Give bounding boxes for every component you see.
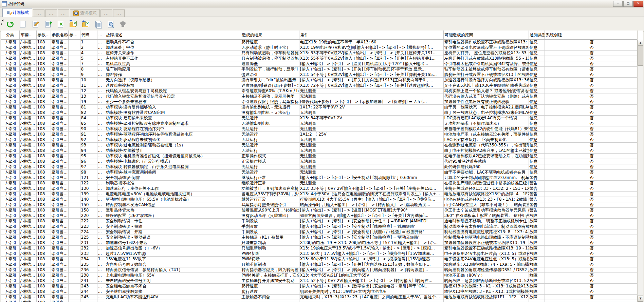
table-row[interactable]: /-牵引/-林德...108牵引当...236...转向角度信号错误 - 参见转… <box>1 267 638 273</box>
table-row[interactable]: /-牵引/-林德...108牵引当...98...功率模块-脉冲宽度调制关闭无法… <box>1 170 638 175</box>
scrollbar-thumb[interactable] <box>638 45 643 66</box>
table-row[interactable]: /-牵引/-林德...108牵引当...2341...15V电源在11.3V以下… <box>1 257 638 262</box>
splitter-collapse-arrows[interactable] <box>1 18 3 28</box>
table-row[interactable]: /-牵引/-林德...108牵引当...220...错误的配置（360°双踏板）… <box>1 213 638 219</box>
tab-dots-2[interactable]: ... <box>45 9 57 17</box>
table-row[interactable]: /-牵引/-林德...108牵引当...82...功率模块-没有软件通过CAN启… <box>1 110 638 116</box>
table-row[interactable]: /-牵引/-林德...108牵引当...4...座椅开关未操作只有制动被启动，停… <box>1 51 638 56</box>
column-header[interactable]: 通知类型 <box>529 31 545 40</box>
table-row[interactable]: /-牵引/-林德...108牵引当...222...安全制动错误 - 卡住手刹没… <box>1 219 638 224</box>
table-row[interactable]: /-牵引/-林德...108牵引当... <box>1 300 638 302</box>
titlebar-drag-area[interactable] <box>24 0 613 7</box>
table-row[interactable]: /-牵引/-林德...108牵引当...139...电源电路电压<30V（电池放… <box>1 192 638 197</box>
table-row[interactable]: /-牵引/-林德...108牵引当...93...功率模块-过电流检测后驱动器被… <box>1 143 638 148</box>
column-header[interactable]: 代码 <box>80 31 97 40</box>
table-row[interactable]: /-牵引/-林德...108牵引当...223...安全制动错误 - 短路手刹没… <box>1 224 638 229</box>
column-header[interactable]: 车辆... <box>19 31 36 40</box>
table-row[interactable]: /-牵引/-林德...108牵引当...85...功率模块-牵引控制板没有脉冲宽… <box>1 121 638 126</box>
tab-dots-4[interactable]: ... <box>100 9 112 17</box>
table-row[interactable]: /-牵引/-林德...108牵引当...150...转向控制器不发送CAN信息乌… <box>1 202 638 208</box>
column-header[interactable]: ... <box>97 31 105 40</box>
table-row[interactable]: /-牵引/-林德...108牵引当...81...功率模块-没有硬件能够输入没有… <box>1 105 638 110</box>
refresh-button[interactable] <box>5 19 15 29</box>
table-row[interactable]: /-牵引/-林德...108牵引当...2...加速器处于中位无驱动请求（静止时… <box>1 45 638 51</box>
table-row[interactable]: /-牵引/-林德...108牵引当...7...电机温度过高速度降低[输入+输出… <box>1 61 638 67</box>
table-row[interactable]: /-牵引/-林德...108牵引当...121...安全制动错误-间隙继续运行正… <box>1 175 638 181</box>
cell-param: 108 <box>36 159 51 164</box>
table-row[interactable]: /-牵引/-林德...108牵引当...238...上电后电源电路电压〉65VP… <box>1 273 638 278</box>
table-row[interactable]: /-牵引/-林德...108牵引当...224...安全制动错误 - 开路手刹没… <box>1 229 638 235</box>
cell-more: ... <box>97 192 105 197</box>
column-header[interactable]: 参... <box>68 31 80 40</box>
cell-category: /-牵引 <box>5 72 19 78</box>
cell-system-created: 否 <box>545 88 638 94</box>
table-row[interactable]: /-牵引/-林德...108牵引当...90...功率模块-驱动程序在初始序列中… <box>1 126 638 132</box>
import-excel-button[interactable] <box>80 19 91 29</box>
cell-category: /-牵引 <box>5 181 19 186</box>
copy-button[interactable] <box>93 19 103 29</box>
cell-code: 121 <box>80 175 97 181</box>
column-header[interactable]: 参数名称 <box>51 31 68 40</box>
table-row[interactable]: /-牵引/-林德...108牵引当...233...超过17.5V的15V电源P… <box>1 251 638 257</box>
cell-description: 转向控制器不发送CAN信息 <box>105 202 241 208</box>
vertical-scrollbar[interactable]: ▲ ▼ <box>637 31 643 302</box>
column-header[interactable]: 参数... <box>36 31 51 40</box>
tab-dots-1[interactable]: ... <box>33 9 44 17</box>
table-row[interactable]: /-牵引/-林德...108牵引当...130...加速器运行，座位开关不工作功… <box>1 186 638 192</box>
delete-record-button[interactable]: × <box>55 19 66 29</box>
edit-record-button[interactable] <box>30 19 40 29</box>
table-row[interactable]: /-牵引/-林德...108牵引当...97...功率模块-转换器被锁定，由于永… <box>1 164 638 170</box>
table-row[interactable]: /-牵引/-林德...108牵引当...241...来自转向的安全信号关闭主接触… <box>1 278 638 284</box>
table-row[interactable]: /-牵引/-林德...108牵引当...1...启动条件不符合爬行速度电压X13… <box>1 40 638 45</box>
titlebar[interactable]: 故障代码 ─ □ ✕ <box>0 0 644 7</box>
table-row[interactable]: /-牵引/-林德...108牵引当...9...脚蹬操作慢速牵引X13: 54不… <box>1 72 638 78</box>
tab-dots-5[interactable]: ... <box>113 9 125 17</box>
table-row[interactable]: /-牵引/-林德...108牵引当...94...功率模块-功能被禁止无法运行无… <box>1 148 638 154</box>
table-row[interactable]: /-牵引/-林德...108牵引当...244...安全继电器接触焊接爬行速度钥… <box>1 289 638 295</box>
cell-param: 108 <box>36 56 51 61</box>
maximize-button[interactable]: □ <box>623 1 633 7</box>
cell-param-name: 牵引当... <box>51 88 68 94</box>
minimize-button[interactable]: ─ <box>613 1 623 7</box>
cell-result: 爬行速度 <box>241 289 299 295</box>
table-row[interactable]: /-牵引/-林德...108牵引当...96...功率模块-电机磁化（正常运行模… <box>1 159 638 164</box>
table-row[interactable]: /-牵引/-林德...108牵引当...8...驻车制动应用手刹没按下，强行制动… <box>1 67 638 72</box>
table-row[interactable]: /-牵引/-林德...108牵引当...12...代码输入键盘安装与新手司机设定… <box>1 88 638 94</box>
table-row[interactable]: /-牵引/-林德...108牵引当...19...至少一个参数未被校准牵引速度仅… <box>1 99 638 105</box>
tab-dots-3[interactable]: ... <box>58 9 69 17</box>
table-row[interactable]: /-牵引/-林德...108牵引当...5...左脚踏开关不工作只有制动被启动，… <box>1 56 638 61</box>
tab-plan-mode[interactable]: 计划模式 <box>2 8 32 17</box>
table-row[interactable]: /-牵引/-林德...108牵引当...11...速度倍率被释放速度降低到[错误… <box>1 83 638 88</box>
table-row[interactable]: /-牵引/-林德...108牵引当...122...制动器损坏校准继续运行正常无… <box>1 181 638 186</box>
scrollbar-down-button[interactable]: ▼ <box>638 296 643 302</box>
table-row[interactable]: /-牵引/-林德...108牵引当...231...加速器信号1和2不兼容只能重… <box>1 240 638 246</box>
column-header[interactable]: 条件 <box>299 31 443 40</box>
column-header[interactable]: 故障描述 <box>105 31 241 40</box>
table-row[interactable]: /-牵引/-林德...108牵引当...95...功率模块-电机没有准备好磁化（… <box>1 154 638 159</box>
column-header[interactable]: 系统创建 <box>545 31 638 40</box>
tab-query-mode[interactable]: 查询模式 <box>70 9 100 17</box>
table-row[interactable]: /-牵引/-林德...108牵引当...10...无方向选择（仅限单踏板）没有牵… <box>1 78 638 83</box>
table-row[interactable]: /-牵引/-林德...108牵引当...158...牵引晶体管太热随着温度从90… <box>1 208 638 213</box>
close-button[interactable]: ✕ <box>633 1 643 7</box>
column-header[interactable]: 分类 <box>5 31 19 40</box>
table-row[interactable]: /-牵引/-林德...108牵引当...225...安全制动错误 - 驱动错误主… <box>1 235 638 240</box>
column-header[interactable]: 可能造成的原因 <box>443 31 529 40</box>
paste-record-button[interactable] <box>43 19 53 29</box>
table-row[interactable]: /-牵引/-林德...108牵引当...235...方向杆信号的无效组合只能重新… <box>1 262 638 267</box>
table-row[interactable]: /-牵引/-林德...108牵引当...232...加速器信号超出范围（+ -6… <box>1 246 638 251</box>
table-row[interactable]: /-牵引/-林德...108牵引当...245...充电时LAC功率不能达到40… <box>1 295 638 300</box>
row-gutter <box>1 289 5 295</box>
column-header[interactable]: 造成的结果 <box>241 31 299 40</box>
table-row[interactable]: /-牵引/-林德...108牵引当...13...代码输入键盘安装和激活信号没有… <box>1 94 638 99</box>
table-row[interactable]: /-牵引/-林德...108牵引当...243...安全继电器触点不闭合爬行速度… <box>1 284 638 289</box>
table-row[interactable]: /-牵引/-林德...108牵引当...84...功率模块-启用输出未设置无法运… <box>1 116 638 121</box>
preview-button[interactable] <box>106 19 116 29</box>
cell-notify-type: 信息 <box>529 154 545 159</box>
table-row[interactable]: /-牵引/-林德...108牵引当...140...驱动时电源电路电压〉65.5… <box>1 197 638 202</box>
table-row[interactable]: /-牵引/-林德...108牵引当...92...功率模块-驱动程序未被初始化无… <box>1 137 638 143</box>
table-row[interactable]: /-牵引/-林德...108牵引当...91...功率模块-驱动程序初始序列在等… <box>1 132 638 137</box>
new-record-button[interactable] <box>18 19 28 29</box>
export-excel-button[interactable] <box>68 19 78 29</box>
cell-notify-type: 故障 <box>529 213 545 219</box>
